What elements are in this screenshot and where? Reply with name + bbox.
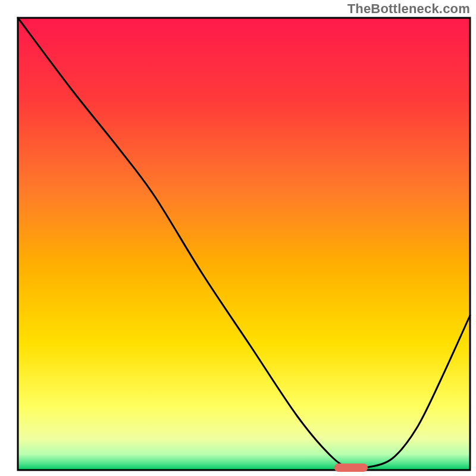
- bottleneck-chart: [0, 0, 476, 476]
- plot-background: [18, 18, 470, 470]
- optimal-marker: [334, 464, 368, 472]
- chart-container: { "watermark": "TheBottleneck.com", "cha…: [0, 0, 476, 476]
- watermark-text: TheBottleneck.com: [347, 1, 470, 17]
